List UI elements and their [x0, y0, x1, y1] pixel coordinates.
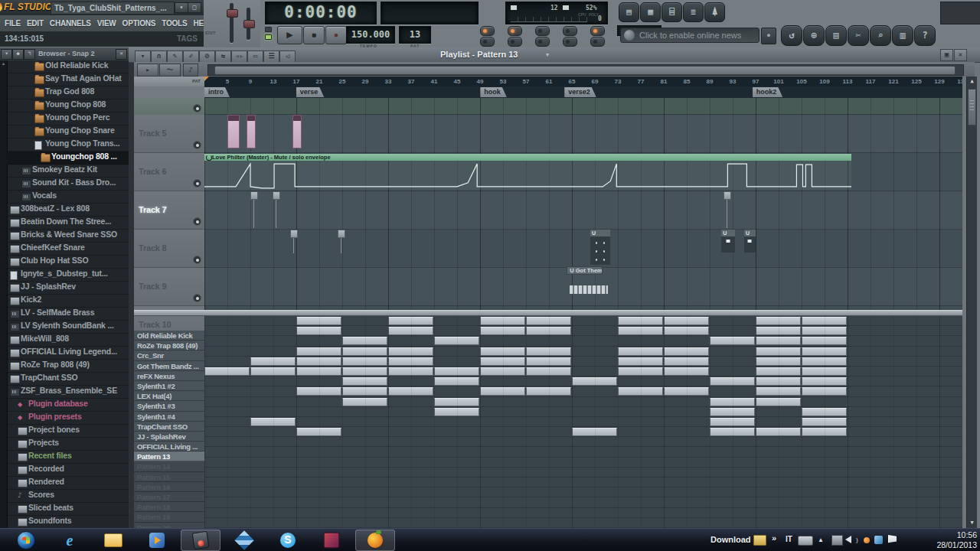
vertical-scrollbar[interactable]: ▲ ▼ [966, 77, 977, 528]
action-center-flag-icon[interactable] [888, 535, 897, 544]
render-button[interactable]: ▤ [825, 25, 847, 46]
stop-button[interactable]: ■ [303, 26, 325, 44]
browser-item[interactable]: Beatin Down The Stree... [7, 217, 129, 230]
toggle-led-0-1[interactable] [508, 26, 522, 36]
clip-track7[interactable] [250, 191, 258, 228]
grid-row-name[interactable]: Old Reliable Kick [134, 331, 204, 341]
taskbar-app-dropbox[interactable] [224, 530, 264, 551]
select-tool-icon[interactable]: ▭ [247, 51, 263, 63]
clip-track8[interactable] [290, 230, 298, 254]
hidden-icons-caret[interactable]: ▲ [818, 536, 824, 543]
browser-item[interactable]: Kick2 [7, 295, 129, 308]
browser-toggle-button[interactable]: ≡ [683, 2, 704, 22]
clip-track7[interactable] [273, 191, 280, 228]
playlist-splitter[interactable] [134, 310, 962, 316]
delete-tool-icon[interactable]: ⊘ [199, 51, 215, 63]
download-folder-icon[interactable] [753, 535, 766, 546]
taskbar-app-screen-recorder[interactable] [181, 530, 220, 551]
tempo-display[interactable]: 150.000 [346, 26, 395, 44]
slice-tool-icon[interactable]: ☰ [263, 51, 279, 63]
toggle-led-1-1[interactable] [508, 37, 522, 47]
browser-item[interactable]: Young Chop Perc [7, 112, 129, 126]
grid-row-name[interactable]: Sylenth1 #4 [134, 412, 204, 422]
browser-item[interactable]: Young Chop Snare [7, 126, 129, 139]
close-button[interactable] [201, 2, 203, 11]
horizontal-scrollbar[interactable] [207, 64, 964, 76]
playback-tool-icon[interactable]: ◁ [279, 51, 296, 63]
browser-item[interactable]: OFFICIAL Living Legend... [7, 347, 129, 360]
browser-item[interactable]: Young Chop 808 [7, 99, 129, 112]
online-news-bar[interactable]: Click to enable online news [620, 28, 760, 43]
track-name[interactable]: Track 10 [139, 320, 171, 329]
playlist-title-caret-icon[interactable]: ▾ [546, 47, 549, 62]
clip-track8[interactable] [338, 230, 345, 254]
volume-icon[interactable] [845, 536, 851, 543]
grid-row-name[interactable]: Sylenth1 #3 [134, 401, 204, 411]
audio-clip-track5[interactable] [247, 115, 256, 148]
pat-led[interactable] [265, 27, 272, 32]
browser-collapse-button[interactable]: ◆ [12, 49, 24, 60]
browser-item[interactable]: TrapChant SSO [7, 373, 129, 386]
snap-magnet-icon[interactable]: ∩ [151, 51, 167, 63]
tags-label[interactable]: TAGS [177, 31, 198, 47]
audio-clip-track5[interactable] [227, 115, 240, 148]
paint-tool-icon[interactable]: ✐ [183, 51, 199, 63]
playlist-content[interactable]: 5913172125293337414549535761656973778185… [204, 77, 962, 528]
help-button[interactable]: ? [914, 25, 936, 46]
zoom-button[interactable]: ⌕ [870, 25, 891, 46]
browser-item[interactable]: Recorded [7, 464, 129, 477]
browser-back-button[interactable]: ↰ [24, 49, 35, 60]
track-cell[interactable]: Track 6 [134, 153, 204, 191]
browser-item[interactable]: Youngchop 808 ... [7, 152, 129, 165]
toggle-led-0-0[interactable] [480, 26, 495, 36]
browser-item[interactable]: Recent files [7, 451, 129, 464]
taskbar-app-fl-studio[interactable] [355, 530, 395, 551]
track-name[interactable]: Track 7 [139, 205, 167, 214]
cut-button[interactable]: ✂ [848, 25, 869, 46]
menu-channels[interactable]: CHANNELS [50, 19, 91, 28]
pattern-row-name[interactable]: Pattern 14 [134, 461, 204, 471]
pattern-row-name[interactable]: Pattern 17 [134, 492, 204, 502]
taskbar-app-file-explorer[interactable] [93, 530, 133, 551]
undo-button[interactable]: ↺ [781, 25, 802, 46]
pattern-row-name[interactable]: Pattern 19 [134, 512, 204, 522]
marker-hook2[interactable]: hook2 [753, 87, 783, 97]
pat-song-leds[interactable] [265, 27, 272, 40]
browser-item[interactable]: Vocals [7, 191, 129, 204]
timeline-ruler[interactable]: 5913172125293337414549535761656973778185… [204, 77, 962, 87]
browser-item[interactable]: Sliced beats [7, 503, 129, 516]
grid-row-name[interactable]: TrapChant SSO [134, 422, 204, 432]
taskbar-app-internet-explorer[interactable]: e [50, 530, 90, 551]
track-name[interactable]: Track 6 [139, 167, 167, 176]
pattern-selector[interactable]: 13 [399, 26, 431, 44]
pattern-clip-track8[interactable]: U [590, 230, 610, 265]
draw-tool-icon[interactable]: ✎ [167, 51, 183, 63]
menu-options[interactable]: OPTIONS [122, 19, 156, 28]
browser-item[interactable]: Old Reliable Kick [7, 60, 129, 73]
track-name[interactable]: Track 8 [139, 243, 167, 253]
browser-item[interactable]: Bricks & Weed Snare SSO [7, 230, 129, 243]
track-cell[interactable]: Track 7 [134, 191, 204, 230]
track-mute-dot[interactable] [193, 104, 201, 112]
automation-envelope[interactable] [204, 161, 851, 190]
marker-verse[interactable]: verse [296, 87, 325, 97]
piano-roll-toggle-button[interactable]: ⌸ [662, 2, 682, 22]
marker-intro[interactable]: intro [204, 87, 230, 97]
project-notes-button[interactable]: ▥ [892, 25, 913, 46]
playlist-close-icon[interactable]: ✕ [954, 49, 967, 61]
scroll-up-icon[interactable]: ▲ [967, 77, 977, 86]
pattern-row-name[interactable]: Pattern 16 [134, 482, 204, 492]
browser-item[interactable]: RoZe Trap 808 (49) [7, 360, 129, 373]
browser-item[interactable]: ZSF_Brass_Ensemble_SE [7, 386, 129, 399]
taskbar-app-video-app[interactable] [312, 530, 351, 551]
taskbar-clock[interactable]: 10:56 28/01/2013 [936, 530, 977, 550]
tray-app-icon[interactable] [864, 537, 870, 543]
toggle-led-1-3[interactable] [563, 37, 577, 47]
marker-hook[interactable]: hook [480, 87, 507, 97]
browser-item[interactable]: Soundfonts [7, 516, 129, 528]
clip-track9-label[interactable]: U Got Them ... [567, 266, 603, 275]
step-sequencer-toggle-button[interactable]: ▦ [640, 2, 661, 22]
toggle-led-1-0[interactable] [480, 37, 495, 47]
grid-row-name[interactable]: LEX Hat(4) [134, 391, 204, 401]
grid-row-name[interactable]: OFFICIAL Living ... [134, 442, 204, 452]
